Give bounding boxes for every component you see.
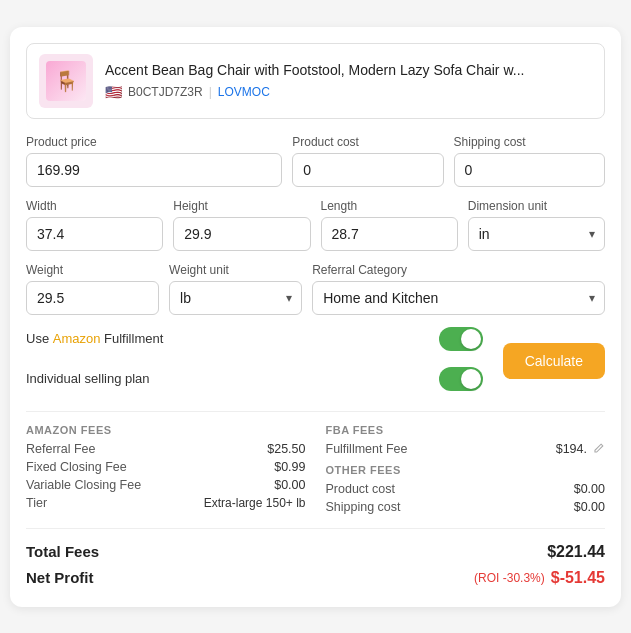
height-field: Height xyxy=(173,199,310,251)
toggles-section: Use Amazon Fulfillment Individual sellin… xyxy=(26,327,483,399)
length-input[interactable] xyxy=(321,217,458,251)
fulfillment-fee-value: $194. xyxy=(556,442,587,456)
amazon-fulfillment-toggle[interactable] xyxy=(439,327,483,351)
net-profit-value-wrapper: (ROI -30.3%) $-51.45 xyxy=(474,569,605,587)
width-input[interactable] xyxy=(26,217,163,251)
dimension-unit-label: Dimension unit xyxy=(468,199,605,213)
weight-unit-wrapper: lb kg oz g xyxy=(169,281,302,315)
referral-fee-value: $25.50 xyxy=(267,442,305,456)
product-title: Accent Bean Bag Chair with Footstool, Mo… xyxy=(105,61,592,81)
total-fees-label: Total Fees xyxy=(26,543,99,560)
width-label: Width xyxy=(26,199,163,213)
other-product-cost-value: $0.00 xyxy=(574,482,605,496)
other-fees-title: OTHER FEES xyxy=(326,464,606,476)
weight-unit-field: Weight unit lb kg oz g xyxy=(169,263,302,315)
other-shipping-cost-line: Shipping cost $0.00 xyxy=(326,500,606,514)
amazon-fulfillment-row: Use Amazon Fulfillment xyxy=(26,327,483,351)
fixed-closing-label: Fixed Closing Fee xyxy=(26,460,127,474)
fees-divider xyxy=(26,411,605,412)
product-info: Accent Bean Bag Chair with Footstool, Mo… xyxy=(105,61,592,101)
weight-label: Weight xyxy=(26,263,159,277)
product-cost-field: Product cost xyxy=(292,135,443,187)
tier-label: Tier xyxy=(26,496,47,510)
referral-fee-label: Referral Fee xyxy=(26,442,95,456)
weight-row: Weight Weight unit lb kg oz g Referral C… xyxy=(26,263,605,315)
fulfillment-fee-label: Fulfillment Fee xyxy=(326,442,408,456)
country-flag: 🇺🇸 xyxy=(105,84,122,100)
tier-line: Tier Extra-large 150+ lb xyxy=(26,496,306,510)
product-cost-input[interactable] xyxy=(292,153,443,187)
fba-fees-title: FBA FEES xyxy=(326,424,606,436)
toggle-calculate-row: Use Amazon Fulfillment Individual sellin… xyxy=(26,327,605,399)
product-asin: B0CTJD7Z3R xyxy=(128,85,203,99)
product-price-field: Product price xyxy=(26,135,282,187)
fees-section: AMAZON FEES Referral Fee $25.50 Fixed Cl… xyxy=(26,424,605,518)
calculator-card: 🪑 Accent Bean Bag Chair with Footstool, … xyxy=(10,27,621,607)
product-price-label: Product price xyxy=(26,135,282,149)
product-thumbnail: 🪑 xyxy=(46,61,86,101)
other-product-cost-label: Product cost xyxy=(326,482,395,496)
variable-closing-line: Variable Closing Fee $0.00 xyxy=(26,478,306,492)
referral-category-wrapper: Home and Kitchen Electronics Clothing Bo… xyxy=(312,281,605,315)
dimension-unit-wrapper: in cm xyxy=(468,217,605,251)
other-product-cost-line: Product cost $0.00 xyxy=(326,482,606,496)
total-fees-line: Total Fees $221.44 xyxy=(26,539,605,565)
tier-value: Extra-large 150+ lb xyxy=(204,496,306,510)
variable-closing-label: Variable Closing Fee xyxy=(26,478,141,492)
other-shipping-cost-value: $0.00 xyxy=(574,500,605,514)
edit-icon[interactable] xyxy=(591,442,605,456)
individual-plan-row: Individual selling plan xyxy=(26,367,483,391)
length-field: Length xyxy=(321,199,458,251)
height-label: Height xyxy=(173,199,310,213)
net-profit-label: Net Profit xyxy=(26,569,94,586)
product-price-input[interactable] xyxy=(26,153,282,187)
amazon-fees-title: AMAZON FEES xyxy=(26,424,306,436)
fixed-closing-value: $0.99 xyxy=(274,460,305,474)
amazon-highlight: Amazon xyxy=(53,331,101,346)
referral-category-label: Referral Category xyxy=(312,263,605,277)
shipping-cost-field: Shipping cost xyxy=(454,135,605,187)
fixed-closing-line: Fixed Closing Fee $0.99 xyxy=(26,460,306,474)
other-shipping-cost-label: Shipping cost xyxy=(326,500,401,514)
totals-section: Total Fees $221.44 Net Profit (ROI -30.3… xyxy=(26,528,605,591)
product-meta: 🇺🇸 B0CTJD7Z3R | LOVMOC xyxy=(105,84,592,100)
total-fees-value: $221.44 xyxy=(547,543,605,561)
dimension-unit-field: Dimension unit in cm xyxy=(468,199,605,251)
product-cost-label: Product cost xyxy=(292,135,443,149)
roi-badge: (ROI -30.3%) xyxy=(474,571,545,585)
referral-category-select[interactable]: Home and Kitchen Electronics Clothing Bo… xyxy=(312,281,605,315)
individual-plan-label: Individual selling plan xyxy=(26,371,150,386)
product-brand: LOVMOC xyxy=(218,85,270,99)
weight-field: Weight xyxy=(26,263,159,315)
height-input[interactable] xyxy=(173,217,310,251)
net-profit-amount: $-51.45 xyxy=(551,569,605,587)
price-row: Product price Product cost Shipping cost xyxy=(26,135,605,187)
fulfillment-fee-line: Fulfillment Fee $194. xyxy=(326,442,606,456)
width-field: Width xyxy=(26,199,163,251)
referral-category-field: Referral Category Home and Kitchen Elect… xyxy=(312,263,605,315)
dimension-unit-select[interactable]: in cm xyxy=(468,217,605,251)
weight-unit-label: Weight unit xyxy=(169,263,302,277)
fulfillment-fee-value-wrapper: $194. xyxy=(556,442,605,456)
calculate-button[interactable]: Calculate xyxy=(503,343,605,379)
weight-input[interactable] xyxy=(26,281,159,315)
product-header: 🪑 Accent Bean Bag Chair with Footstool, … xyxy=(26,43,605,119)
separator: | xyxy=(209,85,212,99)
fba-fees-column: FBA FEES Fulfillment Fee $194. OTHER FEE… xyxy=(326,424,606,518)
weight-unit-select[interactable]: lb kg oz g xyxy=(169,281,302,315)
amazon-fees-column: AMAZON FEES Referral Fee $25.50 Fixed Cl… xyxy=(26,424,306,518)
product-image: 🪑 xyxy=(39,54,93,108)
dimensions-row: Width Height Length Dimension unit in cm xyxy=(26,199,605,251)
shipping-cost-label: Shipping cost xyxy=(454,135,605,149)
referral-fee-line: Referral Fee $25.50 xyxy=(26,442,306,456)
amazon-fulfillment-label: Use Amazon Fulfillment xyxy=(26,331,163,346)
length-label: Length xyxy=(321,199,458,213)
variable-closing-value: $0.00 xyxy=(274,478,305,492)
net-profit-line: Net Profit (ROI -30.3%) $-51.45 xyxy=(26,565,605,591)
shipping-cost-input[interactable] xyxy=(454,153,605,187)
individual-plan-toggle[interactable] xyxy=(439,367,483,391)
